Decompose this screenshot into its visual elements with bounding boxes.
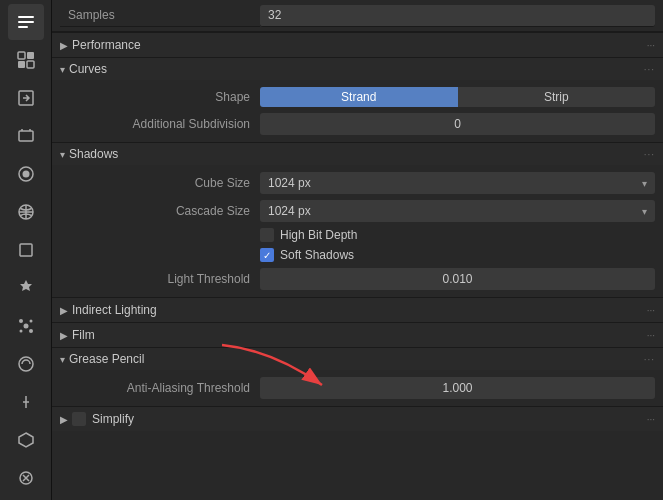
cascade-size-dropdown[interactable]: 1024 px ▾ (260, 200, 655, 222)
cube-size-arrow: ▾ (642, 178, 647, 189)
soft-shadows-checkbox-item[interactable]: ✓ Soft Shadows (260, 248, 354, 262)
svg-point-18 (19, 357, 33, 371)
shape-label: Shape (60, 90, 260, 104)
high-bit-depth-label: High Bit Depth (280, 228, 357, 242)
film-dots: ··· (647, 330, 655, 341)
svg-rect-2 (18, 26, 28, 28)
svg-rect-5 (18, 61, 25, 68)
grease-pencil-collapse-arrow: ▾ (60, 354, 65, 365)
simplify-expand-arrow: ▶ (60, 414, 68, 425)
svg-point-17 (29, 329, 33, 333)
scene-icon[interactable] (8, 42, 44, 78)
simplify-section-header[interactable]: ▶ Simplify ··· (52, 406, 663, 431)
samples-row: Samples 32 (52, 0, 663, 32)
soft-shadows-checkmark: ✓ (263, 250, 271, 261)
grease-pencil-title: Grease Pencil (69, 352, 144, 366)
physics-icon[interactable] (8, 346, 44, 382)
grease-pencil-dots: ··· (644, 354, 655, 365)
particles-icon[interactable] (8, 308, 44, 344)
shadows-section-body: Cube Size 1024 px ▾ Cascade Size 1024 px… (52, 165, 663, 297)
light-threshold-row: Light Threshold 0.010 (52, 265, 663, 293)
svg-rect-3 (18, 52, 25, 59)
high-bit-depth-checkbox[interactable] (260, 228, 274, 242)
film-title: Film (72, 328, 95, 342)
light-threshold-value[interactable]: 0.010 (260, 268, 655, 290)
indirect-lighting-dots: ··· (647, 305, 655, 316)
simplify-title: Simplify (92, 412, 134, 426)
grease-pencil-section-header[interactable]: ▾ Grease Pencil ··· (52, 347, 663, 370)
svg-point-10 (22, 171, 29, 178)
cube-size-label: Cube Size (60, 176, 260, 190)
performance-section-header[interactable]: ▶ Performance ··· (52, 32, 663, 57)
svg-rect-4 (27, 52, 34, 59)
cube-size-value: 1024 px (268, 176, 311, 190)
indirect-lighting-title: Indirect Lighting (72, 303, 157, 317)
curves-dots: ··· (644, 64, 655, 75)
performance-expand-arrow: ▶ (60, 40, 68, 51)
svg-rect-6 (27, 61, 34, 68)
curves-collapse-arrow: ▾ (60, 64, 65, 75)
cascade-size-arrow: ▾ (642, 206, 647, 217)
svg-point-16 (19, 330, 22, 333)
render-settings-icon[interactable] (8, 4, 44, 40)
high-bit-depth-checkbox-item[interactable]: High Bit Depth (260, 228, 357, 242)
shadows-dots: ··· (644, 149, 655, 160)
anti-aliasing-value[interactable]: 1.000 (260, 377, 655, 399)
properties-panel: Samples 32 ▶ Performance ··· ▾ Curves ··… (52, 0, 663, 500)
samples-label: Samples (60, 4, 260, 27)
film-expand-arrow: ▶ (60, 330, 68, 341)
high-bit-depth-row: High Bit Depth (52, 225, 663, 245)
subdivision-row: Additional Subdivision 0 (52, 110, 663, 138)
svg-rect-1 (18, 21, 34, 23)
indirect-lighting-section-header[interactable]: ▶ Indirect Lighting ··· (52, 297, 663, 322)
shape-row: Shape Strand Strip (52, 84, 663, 110)
subdivision-value[interactable]: 0 (260, 113, 655, 135)
material-icon[interactable] (8, 156, 44, 192)
svg-marker-19 (19, 433, 33, 447)
svg-point-15 (23, 324, 28, 329)
cube-size-row: Cube Size 1024 px ▾ (52, 169, 663, 197)
left-sidebar (0, 0, 52, 500)
cascade-size-row: Cascade Size 1024 px ▾ (52, 197, 663, 225)
grease-pencil-section-body: Anti-Aliasing Threshold 1.000 (52, 370, 663, 406)
subdivision-label: Additional Subdivision (60, 117, 260, 131)
soft-shadows-checkbox[interactable]: ✓ (260, 248, 274, 262)
cascade-size-value: 1024 px (268, 204, 311, 218)
indirect-lighting-expand-arrow: ▶ (60, 305, 68, 316)
modifier-icon[interactable] (8, 270, 44, 306)
output-icon[interactable] (8, 80, 44, 116)
data-icon[interactable] (8, 422, 44, 458)
soft-shadows-row: ✓ Soft Shadows (52, 245, 663, 265)
curves-title: Curves (69, 62, 107, 76)
view-layer-icon[interactable] (8, 118, 44, 154)
svg-point-14 (29, 320, 32, 323)
light-threshold-label: Light Threshold (60, 272, 260, 286)
cascade-size-label: Cascade Size (60, 204, 260, 218)
shadows-collapse-arrow: ▾ (60, 149, 65, 160)
cube-size-dropdown[interactable]: 1024 px ▾ (260, 172, 655, 194)
svg-rect-8 (19, 131, 33, 141)
world-icon[interactable] (8, 194, 44, 230)
shadows-title: Shadows (69, 147, 118, 161)
performance-dots: ··· (647, 40, 655, 51)
object-icon[interactable] (8, 232, 44, 268)
shape-buttons: Strand Strip (260, 87, 655, 107)
strand-button[interactable]: Strand (260, 87, 458, 107)
samples-value[interactable]: 32 (260, 5, 655, 27)
soft-shadows-label: Soft Shadows (280, 248, 354, 262)
svg-rect-12 (20, 244, 32, 256)
simplify-checkbox[interactable] (72, 412, 86, 426)
svg-point-13 (19, 319, 23, 323)
object-data-icon[interactable] (8, 460, 44, 496)
shadows-section-header[interactable]: ▾ Shadows ··· (52, 142, 663, 165)
film-section-header[interactable]: ▶ Film ··· (52, 322, 663, 347)
performance-title: Performance (72, 38, 141, 52)
anti-aliasing-label: Anti-Aliasing Threshold (60, 381, 260, 395)
svg-rect-0 (18, 16, 34, 18)
strip-button[interactable]: Strip (458, 87, 656, 107)
simplify-dots: ··· (647, 414, 655, 425)
curves-section-header[interactable]: ▾ Curves ··· (52, 57, 663, 80)
curves-section-body: Shape Strand Strip Additional Subdivisio… (52, 80, 663, 142)
constraints-icon[interactable] (8, 384, 44, 420)
anti-aliasing-row: Anti-Aliasing Threshold 1.000 (52, 374, 663, 402)
